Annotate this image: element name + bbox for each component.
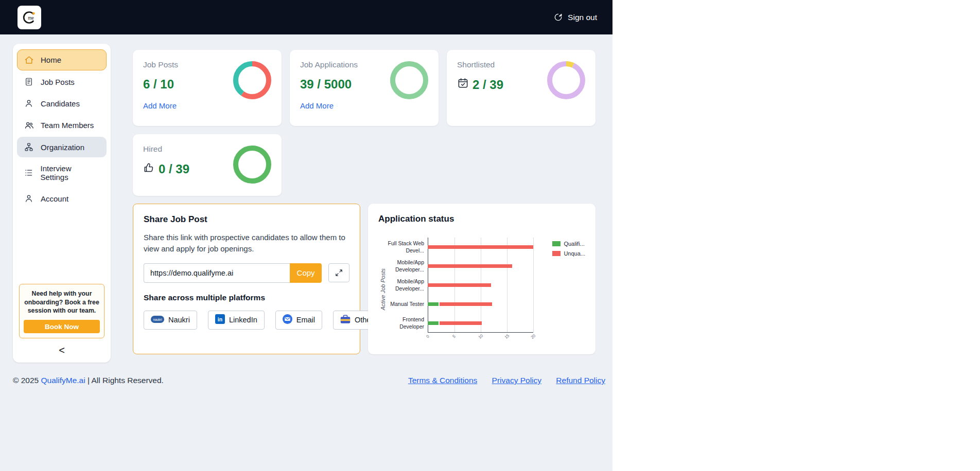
legend-swatch <box>552 241 561 246</box>
sign-out-icon <box>553 12 563 22</box>
share-job-post-card: Share Job Post Share this link with pros… <box>133 204 360 354</box>
application-status-title: Application status <box>378 214 585 224</box>
calendar-check-icon <box>457 77 469 92</box>
qualifyme-logo-icon: me <box>20 8 39 27</box>
qualifyme-dashboard: me Sign out Home Job Posts <box>0 0 612 471</box>
sidebar-item-account[interactable]: Account <box>17 188 107 209</box>
add-more-link[interactable]: Add More <box>143 101 177 110</box>
share-email-button[interactable]: Email <box>275 311 322 330</box>
chart-category-label: Full Stack Web Devel... <box>388 240 428 253</box>
legend-item-unqualified: Unqua... <box>552 250 585 257</box>
sign-out-button[interactable]: Sign out <box>553 12 597 22</box>
chart-bar-unqualified <box>428 283 491 287</box>
chart-gridline <box>533 238 534 332</box>
briefcase-icon <box>340 315 351 325</box>
copy-button[interactable]: Copy <box>290 263 322 283</box>
naukri-icon: naukri <box>151 316 164 324</box>
chart-category-label: Mobile/App Developer... <box>388 278 428 292</box>
bottom-row: Share Job Post Share this link with pros… <box>133 204 596 354</box>
sidebar-collapse-button[interactable]: < <box>17 338 107 358</box>
chart-xtick-label: 5 <box>452 334 457 339</box>
book-now-button[interactable]: Book Now <box>24 320 100 333</box>
chart-bar-unqualified <box>428 264 512 268</box>
sidebar-item-label: Team Members <box>41 121 94 130</box>
application-status-card: Application status Active Job Posts Full… <box>368 204 596 354</box>
share-naukri-button[interactable]: naukri Naukri <box>144 311 197 330</box>
chart-xtick-label: 15 <box>503 333 510 340</box>
platform-buttons-row: naukri Naukri in LinkedIn <box>144 311 349 330</box>
qualifyme-link[interactable]: QualifyMe.ai <box>41 376 85 385</box>
chart-bar-track <box>428 276 533 295</box>
help-text: Need help with your onboarding? Book a f… <box>24 289 100 315</box>
sidebar-item-label: Account <box>41 194 68 203</box>
job-posts-donut <box>233 61 271 99</box>
chart-bar-track <box>428 238 533 257</box>
chart-row: Full Stack Web Devel... <box>388 238 533 257</box>
terms-and-conditions-link[interactable]: Terms & Conditions <box>408 376 477 385</box>
chart-rows: Full Stack Web Devel...Mobile/App Develo… <box>388 238 533 333</box>
sidebar-item-organization[interactable]: Organization <box>17 137 107 157</box>
footer: © 2025 QualifyMe.ai | All Rights Reserve… <box>0 363 612 385</box>
sign-out-label: Sign out <box>568 13 597 22</box>
home-icon <box>24 55 34 65</box>
chart-ylabel: Active Job Posts <box>380 268 386 310</box>
copyright-text: © 2025 QualifyMe.ai | All Rights Reserve… <box>13 376 164 385</box>
chart-ylabel-wrap: Active Job Posts <box>378 238 388 341</box>
chart-xtick-label: 20 <box>530 333 537 340</box>
privacy-policy-link[interactable]: Privacy Policy <box>492 376 541 385</box>
account-icon <box>24 194 34 203</box>
sidebar-item-team-members[interactable]: Team Members <box>17 115 107 136</box>
share-url-input[interactable] <box>144 263 290 283</box>
chart-bar-track <box>428 257 533 276</box>
stat-card-hired: Hired 0 / 39 <box>133 134 282 196</box>
chart-bar-track <box>428 314 533 333</box>
sidebar-item-home[interactable]: Home <box>17 49 107 70</box>
chart-xtick-label: 0 <box>425 334 430 339</box>
copyright-suffix: | All Rights Reserved. <box>85 376 164 385</box>
chart-category-label: Manual Tester <box>388 301 428 307</box>
footer-links: Terms & Conditions Privacy Policy Refund… <box>396 376 605 385</box>
chart-category-label: Mobile/App Developer... <box>388 259 428 273</box>
main-content: Job Posts 6 / 10 Add More Job Applicatio… <box>133 44 596 363</box>
stat-value: 0 / 39 <box>159 162 189 176</box>
people-icon <box>24 120 34 130</box>
legend-swatch <box>552 251 561 256</box>
sidebar-item-label: Home <box>41 56 61 64</box>
expand-link-button[interactable] <box>328 263 349 282</box>
person-icon <box>24 99 34 108</box>
top-bar: me Sign out <box>0 0 612 34</box>
chart-row: Frontend Developer <box>388 314 533 333</box>
add-more-link[interactable]: Add More <box>300 101 334 110</box>
thumbs-up-icon <box>143 161 155 176</box>
chart-bar-track <box>428 295 533 314</box>
linkedin-icon: in <box>215 314 225 325</box>
sidebar-item-label: Candidates <box>41 99 80 108</box>
chart-bar-unqualified <box>440 321 482 325</box>
job-applications-donut <box>390 61 428 99</box>
refund-policy-link[interactable]: Refund Policy <box>556 376 605 385</box>
legend-label: Qualifi... <box>564 241 584 247</box>
sidebar-item-job-posts[interactable]: Job Posts <box>17 71 107 92</box>
chart-xaxis: 05101520 <box>428 333 533 341</box>
chart-legend: Qualifi...Unqua... <box>552 241 585 257</box>
shortlisted-donut <box>547 61 585 99</box>
share-linkedin-button[interactable]: in LinkedIn <box>208 311 265 330</box>
page-content: Home Job Posts Candidates Team Members <box>0 34 612 363</box>
share-link-row: Copy <box>144 263 349 283</box>
legend-label: Unqua... <box>564 250 585 257</box>
chart-row: Mobile/App Developer... <box>388 257 533 276</box>
sidebar-item-label: Interview Settings <box>41 164 100 182</box>
chart-row: Manual Tester <box>388 295 533 314</box>
chart-bar-unqualified <box>440 302 493 306</box>
sidebar-item-label: Organization <box>41 143 84 152</box>
sidebar-item-interview-settings[interactable]: Interview Settings <box>17 158 107 187</box>
chart-row: Mobile/App Developer... <box>388 276 533 295</box>
legend-item-qualified: Qualifi... <box>552 241 585 247</box>
sidebar-item-candidates[interactable]: Candidates <box>17 93 107 114</box>
platform-label: LinkedIn <box>229 316 257 324</box>
hired-donut <box>233 146 271 184</box>
onboarding-help-box: Need help with your onboarding? Book a f… <box>19 284 104 338</box>
email-icon <box>283 314 292 325</box>
brand-logo[interactable]: me <box>18 6 41 29</box>
stat-card-job-applications: Job Applications 39 / 5000 Add More <box>290 50 439 126</box>
